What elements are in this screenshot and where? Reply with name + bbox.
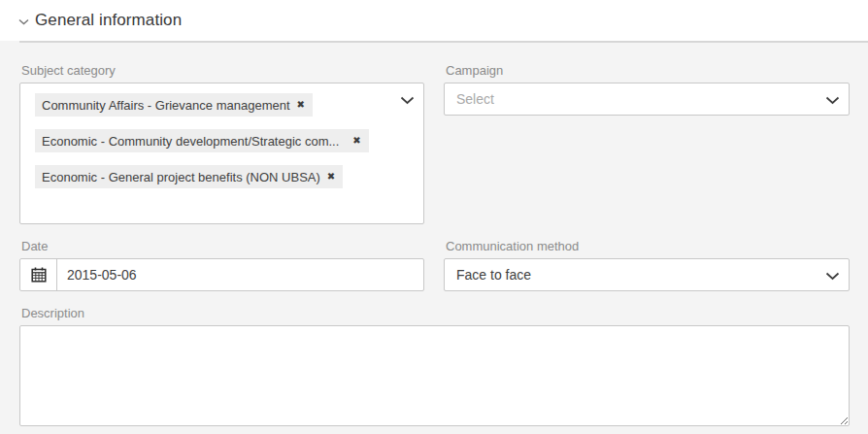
campaign-placeholder: Select [456,91,494,107]
campaign-select[interactable]: Select [444,83,850,116]
remove-tag-icon[interactable]: ✖ [352,136,360,146]
chevron-down-icon[interactable] [825,96,840,105]
remove-tag-icon[interactable]: ✖ [327,172,335,182]
date-field: Date [19,239,424,291]
section-header[interactable]: General information [0,0,868,41]
section-title: General information [35,11,182,30]
communication-method-select[interactable]: Face to face [444,258,850,291]
calendar-icon[interactable] [20,259,57,290]
selected-tag: Economic - Community development/Strateg… [35,129,369,152]
tag-label: Community Affairs - Grievance management [42,98,290,113]
subject-category-multiselect[interactable]: Community Affairs - Grievance management… [19,83,424,224]
communication-method-value: Face to face [456,267,531,283]
subject-category-label: Subject category [19,63,424,78]
date-input-group [19,258,424,291]
general-information-form: Subject category Community Affairs - Gri… [0,43,868,426]
general-information-section: General information Subject category Com… [0,0,868,434]
selected-tag: Economic - General project benefits (NON… [35,165,343,188]
description-field: Description [19,306,850,426]
communication-method-field: Communication method Face to face [444,239,850,291]
campaign-label: Campaign [444,63,850,78]
selected-tag: Community Affairs - Grievance management… [35,93,313,117]
remove-tag-icon[interactable]: ✖ [297,100,305,110]
tag-label: Economic - Community development/Strateg… [42,134,339,149]
tag-label: Economic - General project benefits (NON… [42,170,320,184]
description-textarea[interactable] [19,325,850,426]
subject-category-field: Subject category Community Affairs - Gri… [19,63,424,224]
chevron-down-icon[interactable] [400,96,415,105]
date-label: Date [19,239,424,253]
collapse-chevron-icon[interactable] [18,18,29,25]
chevron-down-icon[interactable] [825,272,840,281]
campaign-field: Campaign Select [444,63,850,116]
date-input[interactable] [57,259,423,290]
communication-method-label: Communication method [444,239,850,253]
description-label: Description [19,306,850,320]
